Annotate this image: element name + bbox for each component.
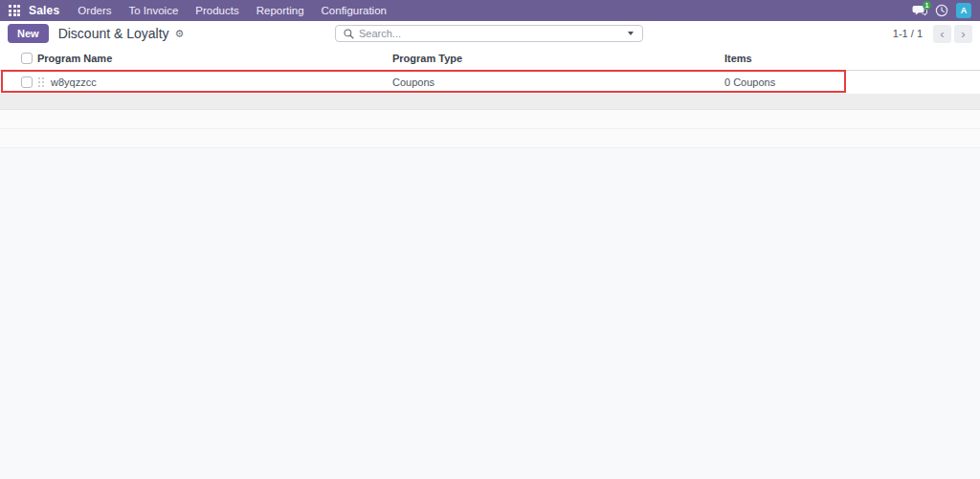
pager: 1-1 / 1 ‹ › (893, 25, 980, 43)
pager-range: 1-1 / 1 (893, 28, 923, 39)
menu-orders[interactable]: Orders (69, 0, 120, 21)
menu-products[interactable]: Products (187, 0, 247, 21)
cell-items: 0 Coupons (722, 76, 980, 88)
menu-reporting[interactable]: Reporting (248, 0, 313, 21)
top-navbar: Sales Orders To Invoice Products Reporti… (0, 0, 980, 21)
search-dropdown-caret[interactable] (628, 32, 634, 35)
message-count-badge: 1 (923, 1, 931, 10)
pager-next-button[interactable]: › (954, 25, 972, 43)
list-view: Program Name Program Type Items w8yqzzcc… (0, 46, 980, 148)
cell-program-type: Coupons (390, 76, 722, 88)
table-row[interactable]: w8yqzzcc Coupons 0 Coupons (0, 71, 980, 94)
user-avatar[interactable]: A (956, 3, 971, 18)
search-input[interactable] (359, 27, 628, 40)
pager-previous-button[interactable]: ‹ (933, 25, 951, 43)
select-all-checkbox[interactable] (21, 53, 33, 64)
column-header-program-name[interactable]: Program Name (34, 53, 390, 64)
cell-program-name: w8yqzzcc (51, 76, 97, 88)
search-bar[interactable] (335, 25, 643, 42)
new-button[interactable]: New (8, 24, 49, 43)
column-header-program-type[interactable]: Program Type (390, 53, 722, 64)
gear-icon[interactable]: ⚙ (175, 28, 185, 40)
list-header-row: Program Name Program Type Items (0, 46, 980, 71)
row-checkbox[interactable] (21, 76, 33, 88)
drag-handle-icon[interactable] (38, 77, 40, 79)
apps-grid-icon[interactable] (9, 5, 20, 16)
activity-clock-icon[interactable] (935, 4, 948, 17)
navbar-menu: Orders To Invoice Products Reporting Con… (69, 0, 395, 21)
empty-row (0, 129, 980, 148)
app-name[interactable]: Sales (29, 4, 59, 17)
menu-to-invoice[interactable]: To Invoice (121, 0, 188, 21)
control-panel: New Discount & Loyalty ⚙ 1-1 / 1 ‹ › (0, 21, 980, 46)
messages-icon[interactable]: 1 (912, 4, 927, 17)
empty-row (0, 110, 980, 129)
column-header-items[interactable]: Items (722, 53, 980, 64)
navbar-right: 1 A (912, 3, 980, 18)
list-footer-band (0, 94, 980, 110)
menu-configuration[interactable]: Configuration (313, 0, 395, 21)
page-title: Discount & Loyalty (58, 26, 169, 41)
search-icon (344, 29, 354, 39)
